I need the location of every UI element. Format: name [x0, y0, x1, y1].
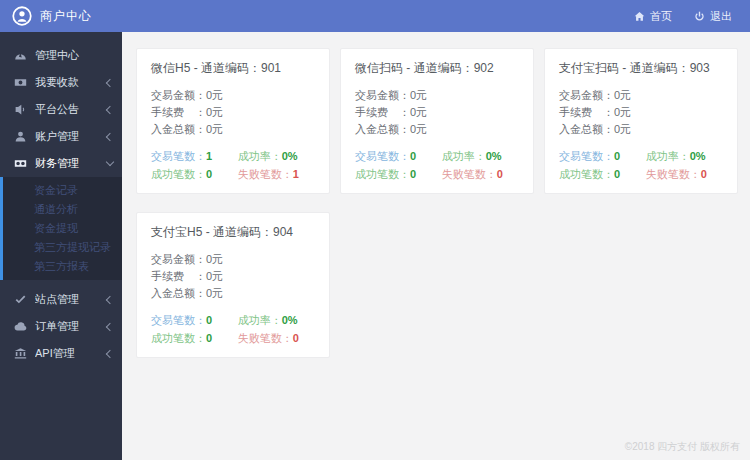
home-icon: [634, 11, 645, 22]
check-icon: [14, 293, 27, 306]
channel-card-wechat-qr: 微信扫码 - 通道编码：902 交易金额：0元 手续费 ：0元 入金总额：0元 …: [340, 48, 534, 194]
success-count-stat: 成功笔数：0: [151, 165, 238, 183]
brand: 商户中心: [0, 6, 92, 26]
fee-line: 手续费 ：0元: [151, 268, 315, 285]
bank-icon: [14, 347, 27, 360]
success-count-stat: 成功笔数：0: [355, 165, 442, 183]
cloud-icon: [14, 320, 27, 333]
finance-submenu: 资金记录 通道分析 资金提现 第三方提现记录 第三方报表: [0, 177, 122, 280]
sidebar-subitem-channel-analysis[interactable]: 通道分析: [3, 200, 122, 219]
tx-count-stat: 交易笔数：0: [151, 311, 238, 329]
success-rate-stat: 成功率：0%: [238, 147, 315, 165]
deposit-line: 入金总额：0元: [151, 285, 315, 302]
sidebar-item-label: 平台公告: [35, 102, 107, 117]
collect-icon: [14, 76, 27, 89]
nav-home-link[interactable]: 首页: [634, 9, 672, 24]
logout-icon: [694, 11, 705, 22]
chevron-down-icon: [106, 158, 114, 166]
sidebar-item-label: 站点管理: [35, 292, 107, 307]
channel-card-wechat-h5: 微信H5 - 通道编码：901 交易金额：0元 手续费 ：0元 入金总额：0元 …: [136, 48, 330, 194]
tx-count-stat: 交易笔数：0: [355, 147, 442, 165]
channel-card-alipay-qr: 支付宝扫码 - 通道编码：903 交易金额：0元 手续费 ：0元 入金总额：0元…: [544, 48, 738, 194]
sidebar-item-orders[interactable]: 订单管理: [0, 313, 122, 340]
amount-line: 交易金额：0元: [151, 251, 315, 268]
sidebar-item-label: API管理: [35, 346, 107, 361]
sidebar-item-label: 我要收款: [35, 75, 107, 90]
card-title: 微信H5 - 通道编码：901: [151, 60, 315, 77]
app-title: 商户中心: [40, 8, 92, 25]
deposit-line: 入金总额：0元: [151, 121, 315, 138]
fail-count-stat: 失败笔数：0: [442, 165, 519, 183]
deposit-line: 入金总额：0元: [559, 121, 723, 138]
card-stats: 交易笔数：0 成功率：0% 成功笔数：0 失败笔数：0: [559, 147, 723, 183]
account-icon: [14, 130, 27, 143]
card-title: 支付宝扫码 - 通道编码：903: [559, 60, 723, 77]
avatar-logo-icon: [12, 6, 32, 26]
top-header: 商户中心 首页 退出: [0, 0, 750, 32]
fee-line: 手续费 ：0元: [151, 104, 315, 121]
sidebar-item-label: 订单管理: [35, 319, 107, 334]
dashboard-icon: [14, 49, 27, 62]
sidebar: 管理中心 我要收款 平台公告 账户管理: [0, 32, 122, 460]
sidebar-subitem-thirdparty-withdraw-records[interactable]: 第三方提现记录: [3, 238, 122, 257]
card-stats: 交易笔数：0 成功率：0% 成功笔数：0 失败笔数：0: [355, 147, 519, 183]
sidebar-subitem-thirdparty-report[interactable]: 第三方报表: [3, 257, 122, 276]
sidebar-item-dashboard[interactable]: 管理中心: [0, 42, 122, 69]
sidebar-item-announcements[interactable]: 平台公告: [0, 96, 122, 123]
sidebar-item-label: 账户管理: [35, 129, 107, 144]
main-content: 微信H5 - 通道编码：901 交易金额：0元 手续费 ：0元 入金总额：0元 …: [122, 32, 750, 460]
tx-count-stat: 交易笔数：1: [151, 147, 238, 165]
nav-home-label: 首页: [650, 9, 672, 24]
chevron-left-icon: [106, 132, 114, 140]
card-title: 微信扫码 - 通道编码：902: [355, 60, 519, 77]
success-rate-stat: 成功率：0%: [238, 311, 315, 329]
fail-count-stat: 失败笔数：0: [646, 165, 723, 183]
amount-line: 交易金额：0元: [151, 87, 315, 104]
chevron-left-icon: [106, 78, 114, 86]
finance-icon: [14, 157, 27, 170]
deposit-line: 入金总额：0元: [355, 121, 519, 138]
amount-line: 交易金额：0元: [355, 87, 519, 104]
success-count-stat: 成功笔数：0: [559, 165, 646, 183]
sidebar-item-accounts[interactable]: 账户管理: [0, 123, 122, 150]
sidebar-item-sites[interactable]: 站点管理: [0, 286, 122, 313]
sidebar-item-label: 管理中心: [35, 48, 113, 63]
sidebar-subitem-withdraw[interactable]: 资金提现: [3, 219, 122, 238]
sidebar-item-collect[interactable]: 我要收款: [0, 69, 122, 96]
nav-logout-link[interactable]: 退出: [694, 9, 732, 24]
channel-cards: 微信H5 - 通道编码：901 交易金额：0元 手续费 ：0元 入金总额：0元 …: [136, 48, 742, 358]
announcement-icon: [14, 103, 27, 116]
top-nav: 首页 退出: [634, 9, 750, 24]
chevron-left-icon: [106, 349, 114, 357]
success-rate-stat: 成功率：0%: [442, 147, 519, 165]
sidebar-item-label: 财务管理: [35, 156, 107, 171]
chevron-left-icon: [106, 295, 114, 303]
merchant-center-page: 商户中心 首页 退出 管理中心: [0, 0, 750, 460]
success-rate-stat: 成功率：0%: [646, 147, 723, 165]
nav-logout-label: 退出: [710, 9, 732, 24]
fee-line: 手续费 ：0元: [559, 104, 723, 121]
amount-line: 交易金额：0元: [559, 87, 723, 104]
fail-count-stat: 失败笔数：1: [238, 165, 315, 183]
sidebar-item-api[interactable]: API管理: [0, 340, 122, 367]
chevron-left-icon: [106, 322, 114, 330]
fail-count-stat: 失败笔数：0: [238, 329, 315, 347]
copyright-footer: ©2018 四方支付 版权所有: [625, 440, 740, 454]
fee-line: 手续费 ：0元: [355, 104, 519, 121]
sidebar-subitem-fund-records[interactable]: 资金记录: [3, 181, 122, 200]
chevron-left-icon: [106, 105, 114, 113]
sidebar-item-finance[interactable]: 财务管理: [0, 150, 122, 177]
card-title: 支付宝H5 - 通道编码：904: [151, 224, 315, 241]
success-count-stat: 成功笔数：0: [151, 329, 238, 347]
channel-card-alipay-h5: 支付宝H5 - 通道编码：904 交易金额：0元 手续费 ：0元 入金总额：0元…: [136, 212, 330, 358]
card-stats: 交易笔数：0 成功率：0% 成功笔数：0 失败笔数：0: [151, 311, 315, 347]
tx-count-stat: 交易笔数：0: [559, 147, 646, 165]
card-stats: 交易笔数：1 成功率：0% 成功笔数：0 失败笔数：1: [151, 147, 315, 183]
